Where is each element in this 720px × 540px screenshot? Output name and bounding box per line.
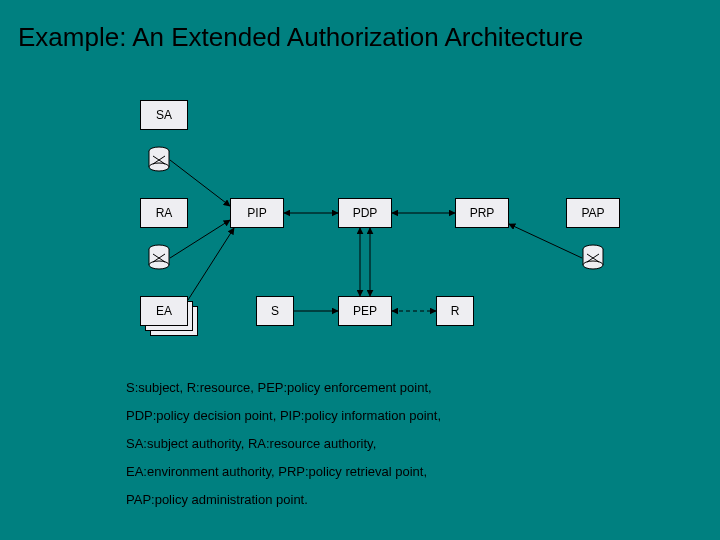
connectors bbox=[0, 0, 720, 540]
legend-line-2: SA:subject authority, RA:resource author… bbox=[126, 436, 376, 451]
svg-line-23 bbox=[188, 228, 234, 300]
legend-line-1: PDP:policy decision point, PIP:policy in… bbox=[126, 408, 441, 423]
legend-line-0: S:subject, R:resource, PEP:policy enforc… bbox=[126, 380, 432, 395]
legend-line-3: EA:environment authority, PRP:policy ret… bbox=[126, 464, 427, 479]
legend-line-4: PAP:policy administration point. bbox=[126, 492, 308, 507]
slide: Example: An Extended Authorization Archi… bbox=[0, 0, 720, 540]
svg-line-22 bbox=[170, 220, 230, 258]
svg-line-21 bbox=[170, 160, 230, 206]
svg-line-26 bbox=[509, 224, 582, 258]
